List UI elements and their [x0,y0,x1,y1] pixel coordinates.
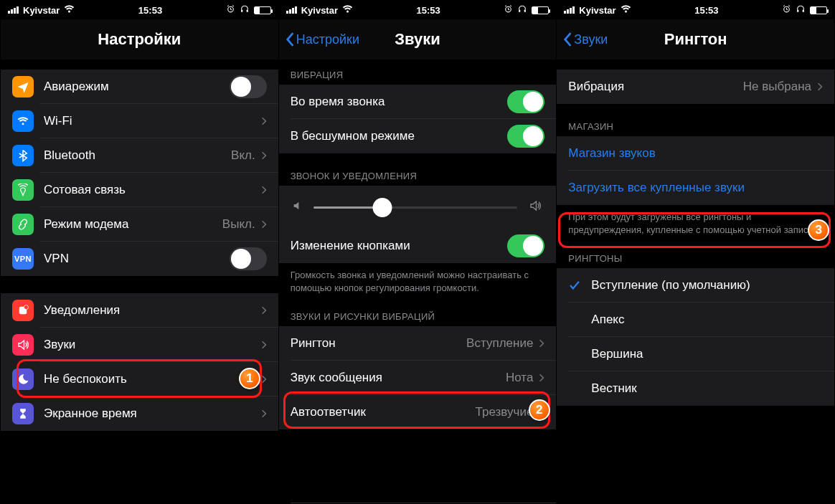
row-label: Вестник [591,381,823,396]
row-tone[interactable]: Вступление (по умолчанию) [557,268,834,303]
link-label: Загрузить все купленные звуки [568,181,823,195]
headphones-icon [796,4,806,16]
page-title: Настройки [98,30,181,49]
row-tone-store[interactable]: Магазин звуков [557,136,834,171]
chevron-right-icon [261,151,267,161]
alarm-icon [226,4,235,16]
carrier-label: Kyivstar [579,5,615,16]
carrier-label: Kyivstar [301,5,338,16]
carrier-label: Kyivstar [23,5,60,16]
status-bar: Kyivstar 15:53 [279,1,557,19]
toggle-vibrate-silent[interactable] [507,125,544,148]
back-label: Настройки [296,32,359,47]
speaker-low-icon [292,200,303,214]
row-tone[interactable]: Апекс [557,303,834,337]
row-change-buttons[interactable]: Изменение кнопками [279,229,557,263]
notifications-icon [12,300,34,321]
section-footer-ringer: Громкость звонка и уведомлений можно нас… [279,263,557,294]
row-label: В бесшумном режиме [291,129,508,143]
volume-slider[interactable] [313,206,518,209]
antenna-icon [12,179,34,201]
row-airplane[interactable]: Авиарежим [1,70,278,104]
row-label: Экранное время [44,406,261,421]
row-label: Изменение кнопками [291,239,508,253]
chevron-right-icon [539,338,544,348]
row-texttone[interactable]: Звук сообщения Нота [279,361,557,395]
signal-icon [286,6,297,14]
section-header-vibration: ВИБРАЦИЯ [279,70,557,85]
row-vibrate-silent[interactable]: В бесшумном режиме [279,119,557,153]
wifi-icon [342,5,353,16]
row-tone[interactable]: Вестник [557,371,834,406]
battery-icon [532,6,549,14]
signal-icon [8,6,19,14]
svg-rect-9 [797,10,798,12]
ringtone-value: Вступление [466,336,533,351]
row-label: Автоответчик [291,405,476,419]
hotspot-value: Выкл. [222,217,255,232]
alarm-icon [782,4,791,16]
clock-label: 15:53 [138,5,162,16]
speaker-icon [12,334,34,356]
row-label: Звуки [44,338,261,352]
row-dnd[interactable]: Не беспокоить [1,362,278,396]
back-button[interactable]: Звуки [562,19,608,60]
headphones-icon [517,4,527,16]
chevron-right-icon [261,374,267,384]
alarm-icon [504,4,513,16]
nav-header: Настройки [1,19,278,60]
back-button[interactable]: Настройки [285,19,359,60]
toggle-vibrate-ring[interactable] [507,90,544,113]
vpn-icon: VPN [12,248,34,270]
row-volume-slider[interactable] [279,186,557,229]
row-label: Сотовая связь [44,183,261,197]
link-label: Магазин звуков [568,146,823,161]
headphones-icon [240,4,250,16]
chevron-right-icon [539,373,544,383]
svg-rect-2 [246,10,247,12]
vibration-value: Не выбрана [743,80,811,94]
row-sounds[interactable]: Звуки [1,328,278,362]
row-label: Вибрация [568,80,742,94]
toggle-vpn[interactable] [230,247,267,270]
svg-point-4 [24,305,29,310]
wifi-icon [12,110,34,132]
moon-icon [12,369,34,390]
row-bluetooth[interactable]: Bluetooth Вкл. [1,138,278,173]
row-notifications[interactable]: Уведомления [1,293,278,328]
toggle-airplane[interactable] [230,75,267,98]
section-footer-store: При этом будут загружены все рингтоны и … [557,205,834,236]
row-label: Wi-Fi [44,114,255,128]
row-ringtone[interactable]: Рингтон Вступление [279,326,557,361]
row-label: Не беспокоить [44,372,261,386]
chevron-right-icon [817,82,823,92]
battery-icon [810,6,827,14]
row-vpn[interactable]: VPN VPN [1,242,278,276]
texttone-value: Нота [506,371,533,385]
section-header-patterns: ЗВУКИ И РИСУНКИ ВИБРАЦИЙ [279,311,557,326]
row-vibrate-ring[interactable]: Во время звонка [279,85,557,119]
row-screentime[interactable]: Экранное время [1,396,278,431]
toggle-change-buttons[interactable] [507,234,544,257]
screen-sounds: Kyivstar 15:53 Настройки Звуки ВИБРАЦИЯ [278,1,557,503]
row-voicemail[interactable]: Автоответчик Трезвучие [279,395,557,429]
row-label: Уведомления [44,303,261,318]
back-label: Звуки [574,32,608,47]
row-download-purchased[interactable]: Загрузить все купленные звуки [557,171,834,205]
row-tone[interactable]: Вершина [557,337,834,371]
bluetooth-value: Вкл. [231,148,255,163]
nav-header: Звуки Рингтон [557,19,834,60]
row-cellular[interactable]: Сотовая связь [1,173,278,207]
row-label: Вступление (по умолчанию) [591,278,823,293]
link-icon [12,214,34,235]
chevron-right-icon [261,409,267,419]
status-bar: Kyivstar 15:53 [557,1,834,19]
row-label: Режим модема [44,217,222,232]
row-wifi[interactable]: Wi-Fi [1,104,278,138]
row-vibration[interactable]: Вибрация Не выбрана [557,70,834,104]
row-label: Звук сообщения [291,371,506,385]
row-label: Авиарежим [44,80,230,94]
row-hotspot[interactable]: Режим модема Выкл. [1,207,278,242]
nav-header: Настройки Звуки [279,19,557,60]
chevron-right-icon [261,185,267,195]
